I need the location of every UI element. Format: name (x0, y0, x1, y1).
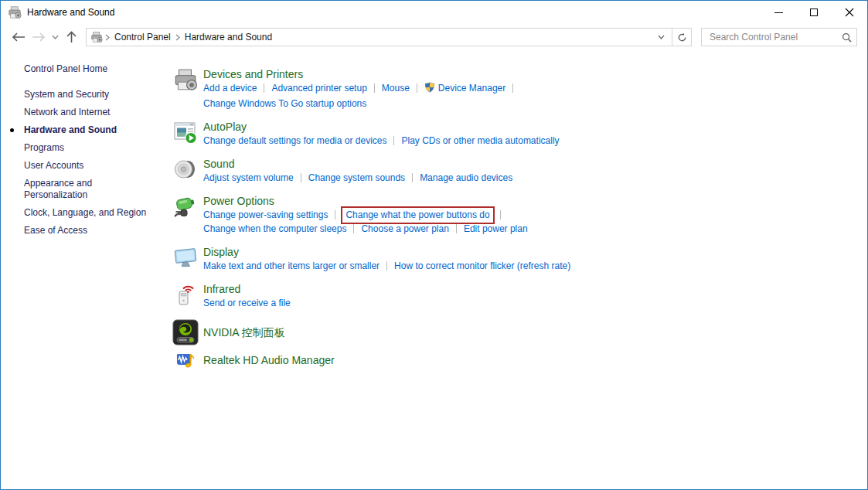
chevron-down-icon (658, 35, 665, 39)
maximize-icon (810, 9, 818, 16)
link-manage-audio-devices[interactable]: Manage audio devices (420, 172, 512, 183)
sidebar-item-programs[interactable]: Programs (24, 142, 155, 154)
maximize-button[interactable] (796, 1, 832, 24)
navigation-bar: Control Panel Hardware and Sound (1, 24, 867, 50)
search-box (701, 28, 857, 46)
back-button[interactable] (9, 27, 29, 47)
breadcrumb-control-panel[interactable]: Control Panel (110, 32, 175, 43)
sidebar-item-hardware-and-sound[interactable]: Hardware and Sound (24, 124, 155, 136)
section-realtek-hd-audio-manager: Realtek HD Audio Manager (172, 350, 867, 370)
section-infrared: Infrared Send or receive a file (172, 282, 867, 310)
forward-button[interactable] (29, 27, 49, 47)
close-button[interactable] (832, 1, 867, 24)
power-battery-icon[interactable] (172, 194, 199, 236)
section-title-autoplay[interactable]: AutoPlay (203, 121, 247, 134)
link-send-or-receive-a-file[interactable]: Send or receive a file (203, 298, 291, 308)
autoplay-icon[interactable] (172, 120, 199, 148)
main-content: Devices and Printers Add a deviceAdvance… (172, 50, 867, 489)
link-edit-power-plan[interactable]: Edit power plan (464, 223, 528, 234)
link-change-default-settings-media[interactable]: Change default settings for media or dev… (203, 135, 386, 146)
link-device-manager[interactable]: Device Manager (424, 83, 505, 94)
section-title-nvidia-control-panel[interactable]: NVIDIA 控制面板 (203, 326, 285, 339)
link-make-text-larger-smaller[interactable]: Make text and other items larger or smal… (203, 260, 380, 271)
close-icon (845, 8, 854, 17)
link-add-a-device[interactable]: Add a device (203, 83, 257, 94)
printer-icon[interactable] (172, 67, 199, 111)
link-advanced-printer-setup[interactable]: Advanced printer setup (271, 83, 366, 94)
link-correct-monitor-flicker[interactable]: How to correct monitor flicker (refresh … (394, 260, 570, 271)
section-title-realtek-hd-audio-manager[interactable]: Realtek HD Audio Manager (203, 354, 335, 367)
link-mouse[interactable]: Mouse (382, 83, 410, 94)
section-title-devices-and-printers[interactable]: Devices and Printers (203, 68, 303, 81)
sidebar-item-appearance-and-personalization[interactable]: Appearance and Personalization (24, 178, 155, 201)
search-input[interactable] (708, 31, 842, 43)
title-bar: Hardware and Sound (1, 1, 867, 24)
sidebar-item-control-panel-home[interactable]: Control Panel Home (24, 63, 155, 75)
speaker-icon[interactable] (172, 157, 199, 185)
separator (393, 136, 394, 145)
infrared-icon[interactable] (172, 282, 199, 310)
separator (264, 83, 264, 93)
separator (417, 83, 417, 93)
link-adjust-system-volume[interactable]: Adjust system volume (203, 172, 294, 183)
forward-icon (32, 32, 46, 42)
realtek-icon[interactable] (172, 350, 199, 370)
section-display: Display Make text and other items larger… (172, 245, 867, 273)
section-title-power-options[interactable]: Power Options (203, 195, 274, 208)
address-bar[interactable]: Control Panel Hardware and Sound (86, 28, 672, 46)
separator (500, 210, 501, 219)
section-sound: Sound Adjust system volumeChange system … (172, 157, 867, 185)
control-panel-window: Hardware and Sound Control Panel (0, 0, 868, 490)
separator (335, 210, 335, 219)
minimize-icon (774, 12, 783, 13)
section-nvidia-control-panel: NVIDIA 控制面板 (172, 319, 867, 345)
sidebar-item-network-and-internet[interactable]: Network and Internet (24, 107, 155, 118)
refresh-icon (677, 32, 687, 43)
up-icon (66, 31, 77, 43)
section-title-display[interactable]: Display (203, 246, 239, 259)
separator (386, 261, 387, 271)
nvidia-icon[interactable] (172, 319, 199, 345)
display-monitor-icon[interactable] (172, 245, 199, 273)
separator (512, 83, 513, 93)
separator (353, 224, 354, 233)
uac-shield-icon (424, 82, 435, 97)
link-change-windows-to-go-startup-options[interactable]: Change Windows To Go startup options (203, 98, 366, 109)
sidebar-item-ease-of-access[interactable]: Ease of Access (24, 225, 155, 236)
separator (456, 224, 457, 233)
breadcrumb-page-icon (90, 31, 103, 43)
sidebar: Control Panel Home System and Security N… (1, 50, 172, 489)
section-power-options: Power Options Change power-saving settin… (172, 194, 867, 236)
link-choose-a-power-plan[interactable]: Choose a power plan (361, 223, 448, 234)
back-icon (12, 32, 26, 42)
address-dropdown-button[interactable] (654, 35, 669, 39)
link-play-cds-automatically[interactable]: Play CDs or other media automatically (401, 135, 559, 146)
recent-pages-button[interactable] (49, 27, 61, 47)
search-icon[interactable] (842, 32, 852, 43)
hardware-and-sound-icon (8, 5, 22, 19)
sidebar-item-system-and-security[interactable]: System and Security (24, 89, 155, 100)
section-title-sound[interactable]: Sound (203, 158, 234, 171)
link-change-power-saving-settings[interactable]: Change power-saving settings (203, 209, 328, 220)
minimize-button[interactable] (761, 1, 796, 24)
link-change-when-computer-sleeps[interactable]: Change when the computer sleeps (203, 223, 346, 234)
separator (301, 173, 301, 182)
chevron-down-icon (52, 35, 59, 39)
section-autoplay: AutoPlay Change default settings for med… (172, 120, 867, 148)
section-title-infrared[interactable]: Infrared (203, 283, 240, 296)
window-title: Hardware and Sound (27, 7, 114, 18)
active-item-bullet (10, 128, 14, 132)
up-button[interactable] (61, 27, 81, 47)
section-devices-and-printers: Devices and Printers Add a deviceAdvance… (172, 67, 867, 111)
separator (374, 83, 375, 93)
separator (412, 173, 413, 182)
link-change-system-sounds[interactable]: Change system sounds (308, 172, 405, 183)
breadcrumb-hardware-and-sound[interactable]: Hardware and Sound (180, 32, 277, 43)
refresh-button[interactable] (672, 28, 692, 46)
sidebar-item-user-accounts[interactable]: User Accounts (24, 160, 155, 172)
sidebar-item-clock-language-region[interactable]: Clock, Language, and Region (24, 207, 155, 219)
